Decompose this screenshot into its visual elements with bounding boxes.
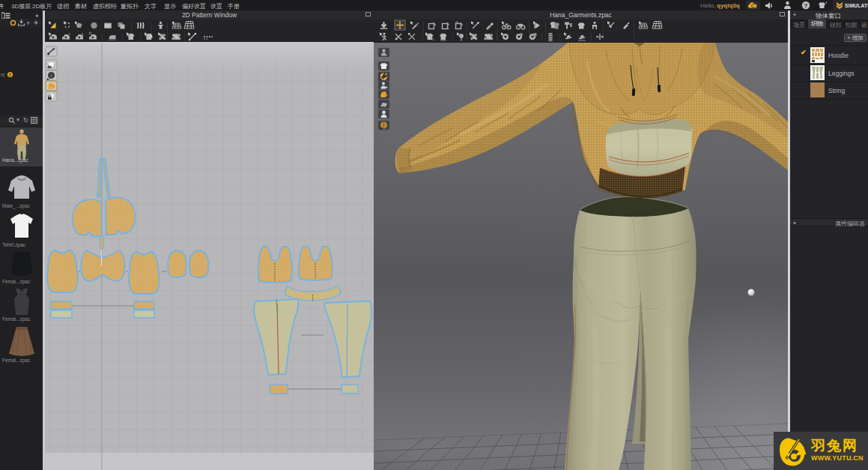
svg-text:C: C bbox=[751, 3, 755, 8]
svg-text:i: i bbox=[51, 73, 52, 79]
svg-text:?: ? bbox=[804, 2, 808, 9]
svg-text:+: + bbox=[825, 1, 827, 4]
